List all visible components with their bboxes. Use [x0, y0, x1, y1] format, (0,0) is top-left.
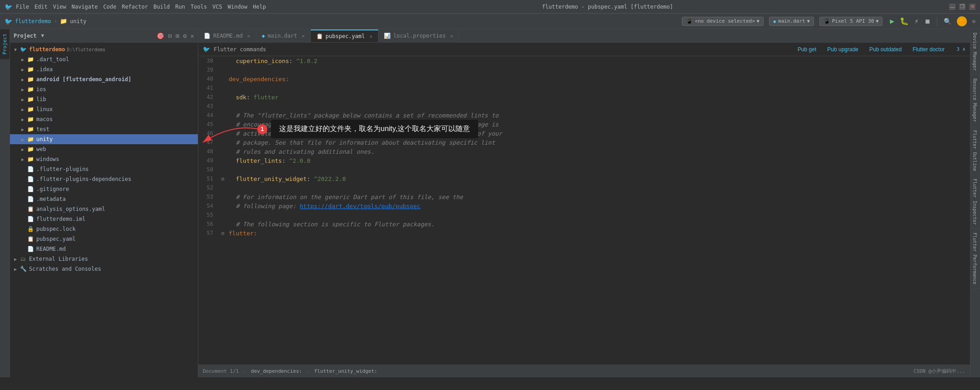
- tree-item-test[interactable]: ▶ 📁 test: [10, 124, 198, 134]
- tree-item-label: analysis_options.yaml: [36, 206, 105, 212]
- pub-upgrade-button[interactable]: Pub upgrade: [823, 45, 862, 54]
- tree-item-web[interactable]: ▶ 📁 web: [10, 144, 198, 154]
- close-button[interactable]: ✕: [969, 4, 975, 10]
- dropdown-icon[interactable]: ▼: [41, 33, 44, 39]
- root-name: flutterdemo: [29, 46, 65, 53]
- fold-gutter-57[interactable]: ⊟: [221, 231, 224, 236]
- pub-outdated-button[interactable]: Pub outdated: [866, 45, 905, 54]
- menu-help[interactable]: Help: [253, 4, 266, 10]
- expand-icon[interactable]: ⊞: [176, 32, 179, 39]
- code-line-43: 43: [198, 102, 970, 111]
- flutter-doctor-button[interactable]: Flutter doctor: [909, 45, 948, 54]
- tab-md-icon: 📄: [204, 33, 211, 39]
- fold-indicator[interactable]: 3 ∧: [956, 46, 965, 52]
- menu-tools[interactable]: Tools: [191, 4, 207, 10]
- tree-item-scratches[interactable]: ▶ 🔧 Scratches and Consoles: [10, 264, 198, 274]
- tab-close-local[interactable]: ✕: [450, 33, 453, 39]
- tree-item-dart-tool[interactable]: ▶ 📁 .dart_tool: [10, 54, 198, 64]
- fold-gutter-51[interactable]: ⊟: [221, 176, 224, 181]
- tab-main-dart[interactable]: ◆ main.dart ✕: [256, 29, 311, 42]
- tree-item-label: linux: [36, 106, 53, 112]
- right-tab-flutter-inspector[interactable]: Flutter Inspector: [970, 175, 980, 229]
- pixel-selector[interactable]: 📱 Pixel 5 API 30 ▼: [819, 17, 883, 26]
- status-breadcrumb1[interactable]: dev_dependencies:: [251, 368, 302, 374]
- settings-icon[interactable]: ⚙: [972, 18, 975, 24]
- pixel-label: Pixel 5 API 30: [832, 18, 874, 24]
- menu-bar[interactable]: File Edit View Navigate Code Refactor Bu…: [16, 4, 266, 10]
- tree-item-pubspec-yaml[interactable]: ▶ 📋 pubspec.yaml: [10, 234, 198, 244]
- right-tab-flutter-outline[interactable]: Flutter Outline: [970, 127, 980, 175]
- search-everywhere-button[interactable]: 🔍: [944, 18, 951, 25]
- menu-file[interactable]: File: [16, 4, 29, 10]
- file-selector[interactable]: ◆ main.dart ▼: [769, 17, 814, 26]
- menu-edit[interactable]: Edit: [34, 4, 48, 10]
- right-tab-resource-manager[interactable]: Resource Manager: [970, 75, 980, 126]
- tree-item-flutter-plugins-dep[interactable]: ▶ 📄 .flutter-plugins-dependencies: [10, 174, 198, 184]
- tree-item-label: pubspec.yaml: [36, 236, 76, 242]
- tree-item-label: pubspec.lock: [36, 226, 76, 232]
- debug-button[interactable]: 🐛: [900, 17, 909, 25]
- pub-get-button[interactable]: Pub get: [794, 45, 820, 54]
- menu-window[interactable]: Window: [228, 4, 247, 10]
- tree-item-macos[interactable]: ▶ 📁 macos: [10, 114, 198, 124]
- breadcrumb-sep: ›: [54, 18, 57, 24]
- right-tab-flutter-performance[interactable]: Flutter Performance: [970, 229, 980, 288]
- maximize-button[interactable]: ❐: [959, 4, 965, 10]
- yaml-icon: 📋: [26, 236, 34, 242]
- tree-item-gitignore[interactable]: ▶ 📄 .gitignore: [10, 184, 198, 194]
- tab-close-pubspec[interactable]: ✕: [369, 34, 372, 39]
- menu-refactor[interactable]: Refactor: [122, 4, 148, 10]
- tree-item-analysis-options[interactable]: ▶ 📋 analysis_options.yaml: [10, 204, 198, 214]
- stop-button[interactable]: ⏹: [924, 18, 931, 25]
- minimize-button[interactable]: —: [949, 4, 956, 10]
- tree-item-metadata[interactable]: ▶ 📄 .metadata: [10, 194, 198, 204]
- tree-item-readme[interactable]: ▶ 📄 README.md: [10, 244, 198, 254]
- tree-item-pubspec-lock[interactable]: ▶ 🔒 pubspec.lock: [10, 224, 198, 234]
- tree-item-label: .dart_tool: [36, 56, 69, 63]
- user-avatar[interactable]: 🟠: [957, 16, 967, 26]
- tree-item-flutter-plugins[interactable]: ▶ 📄 .flutter-plugins: [10, 164, 198, 174]
- tree-item-ios[interactable]: ▶ 📁 ios: [10, 84, 198, 94]
- right-tab-device-manager[interactable]: Device Manager: [970, 29, 980, 75]
- settings-gear-icon[interactable]: ⚙: [183, 32, 186, 39]
- tree-arrow: ▶: [12, 267, 19, 272]
- tree-item-lib[interactable]: ▶ 📁 lib: [10, 94, 198, 104]
- tab-readme[interactable]: 📄 README.md ✕: [198, 29, 256, 42]
- code-editor[interactable]: 38 cupertino_icons: ^1.0.2 39 40 dev_dep…: [198, 56, 970, 365]
- menu-navigate[interactable]: Navigate: [72, 4, 98, 10]
- tree-item-linux[interactable]: ▶ 📁 linux: [10, 104, 198, 114]
- tree-item-android[interactable]: ▶ 📁 android [flutterdemo_android]: [10, 74, 198, 84]
- device-icon: 📱: [686, 18, 693, 24]
- menu-build[interactable]: Build: [153, 4, 170, 10]
- breadcrumb-folder[interactable]: unity: [70, 18, 86, 24]
- tab-pubspec-yaml[interactable]: 📋 pubspec.yaml ✕: [311, 29, 378, 42]
- close-panel-icon[interactable]: ✕: [191, 32, 194, 39]
- project-tab[interactable]: Project: [0, 29, 10, 59]
- code-line-51: 51 ⊟ flutter_unity_widget: ^2022.2.0: [198, 174, 970, 183]
- menu-view[interactable]: View: [53, 4, 66, 10]
- tree-item-windows[interactable]: ▶ 📁 windows: [10, 154, 198, 164]
- tree-arrow: ▶: [19, 97, 26, 102]
- pixel-icon: 📱: [823, 18, 830, 24]
- tab-local-properties[interactable]: 📊 local.properties ✕: [378, 29, 459, 42]
- device-selector[interactable]: 📱 <no device selected> ▼: [682, 17, 763, 26]
- tree-root-item[interactable]: ▼ 🐦 flutterdemo D:\flutterdemo: [10, 44, 198, 54]
- tree-item-label: ios: [36, 86, 46, 93]
- tree-item-idea[interactable]: ▶ 📁 .idea: [10, 64, 198, 74]
- tab-close-main[interactable]: ✕: [302, 33, 305, 39]
- locate-icon[interactable]: 🎯: [157, 32, 164, 39]
- tree-item-unity[interactable]: ▶ 📁 unity: [10, 134, 198, 144]
- tree-item-external-libraries[interactable]: ▶ 🗂 External Libraries: [10, 254, 198, 264]
- menu-vcs[interactable]: VCS: [212, 4, 222, 10]
- collapse-icon[interactable]: ⊟: [168, 32, 172, 39]
- tab-close-readme[interactable]: ✕: [247, 33, 250, 39]
- status-breadcrumb2[interactable]: flutter_unity_widget:: [314, 368, 377, 374]
- tree-item-label: .flutter-plugins: [36, 166, 89, 172]
- run-button[interactable]: ▶: [890, 17, 894, 25]
- menu-code[interactable]: Code: [103, 4, 117, 10]
- profile-button[interactable]: ⚡: [914, 17, 919, 25]
- menu-run[interactable]: Run: [175, 4, 185, 10]
- tree-item-iml[interactable]: ▶ 📄 flutterdemo.iml: [10, 214, 198, 224]
- tab-label: README.md: [213, 33, 243, 39]
- breadcrumb-project[interactable]: flutterdemo: [15, 18, 51, 24]
